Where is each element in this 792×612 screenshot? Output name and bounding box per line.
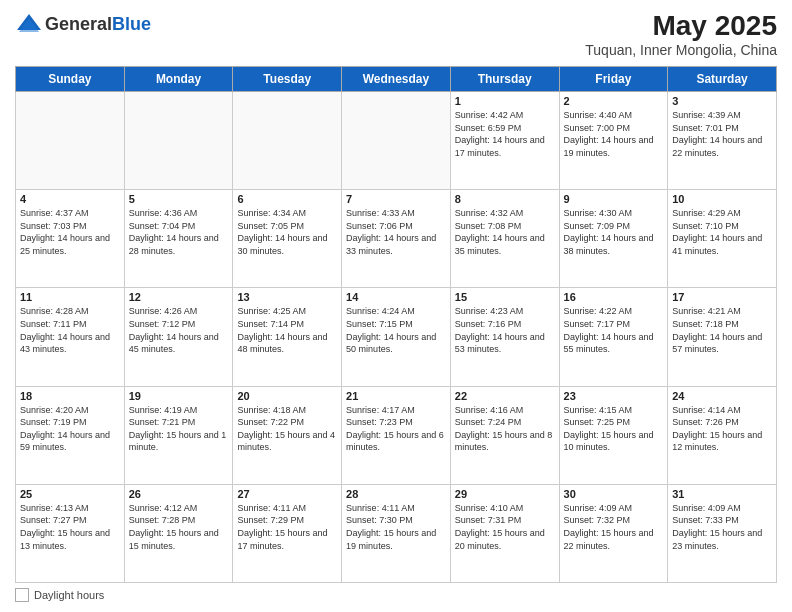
cell-day-number: 19 [129, 390, 229, 402]
cell-day-number: 7 [346, 193, 446, 205]
calendar-cell: 15Sunrise: 4:23 AM Sunset: 7:16 PM Dayli… [450, 288, 559, 386]
calendar-cell: 17Sunrise: 4:21 AM Sunset: 7:18 PM Dayli… [668, 288, 777, 386]
cell-day-number: 25 [20, 488, 120, 500]
cell-day-number: 27 [237, 488, 337, 500]
cell-info: Sunrise: 4:12 AM Sunset: 7:28 PM Dayligh… [129, 502, 229, 552]
cell-info: Sunrise: 4:11 AM Sunset: 7:29 PM Dayligh… [237, 502, 337, 552]
cell-day-number: 17 [672, 291, 772, 303]
cell-day-number: 4 [20, 193, 120, 205]
cell-info: Sunrise: 4:29 AM Sunset: 7:10 PM Dayligh… [672, 207, 772, 257]
cell-day-number: 18 [20, 390, 120, 402]
cell-info: Sunrise: 4:42 AM Sunset: 6:59 PM Dayligh… [455, 109, 555, 159]
cell-day-number: 10 [672, 193, 772, 205]
cell-info: Sunrise: 4:16 AM Sunset: 7:24 PM Dayligh… [455, 404, 555, 454]
cell-info: Sunrise: 4:26 AM Sunset: 7:12 PM Dayligh… [129, 305, 229, 355]
cell-info: Sunrise: 4:33 AM Sunset: 7:06 PM Dayligh… [346, 207, 446, 257]
cell-day-number: 31 [672, 488, 772, 500]
calendar-cell: 8Sunrise: 4:32 AM Sunset: 7:08 PM Daylig… [450, 190, 559, 288]
cell-info: Sunrise: 4:09 AM Sunset: 7:32 PM Dayligh… [564, 502, 664, 552]
calendar-header-cell: Saturday [668, 67, 777, 92]
calendar-cell: 4Sunrise: 4:37 AM Sunset: 7:03 PM Daylig… [16, 190, 125, 288]
footer: Daylight hours [15, 588, 777, 602]
cell-day-number: 3 [672, 95, 772, 107]
cell-day-number: 9 [564, 193, 664, 205]
cell-day-number: 8 [455, 193, 555, 205]
cell-info: Sunrise: 4:39 AM Sunset: 7:01 PM Dayligh… [672, 109, 772, 159]
calendar-cell: 26Sunrise: 4:12 AM Sunset: 7:28 PM Dayli… [124, 484, 233, 582]
calendar-cell: 9Sunrise: 4:30 AM Sunset: 7:09 PM Daylig… [559, 190, 668, 288]
calendar-cell [124, 92, 233, 190]
cell-info: Sunrise: 4:14 AM Sunset: 7:26 PM Dayligh… [672, 404, 772, 454]
cell-info: Sunrise: 4:21 AM Sunset: 7:18 PM Dayligh… [672, 305, 772, 355]
calendar-cell [342, 92, 451, 190]
cell-day-number: 26 [129, 488, 229, 500]
calendar-cell: 7Sunrise: 4:33 AM Sunset: 7:06 PM Daylig… [342, 190, 451, 288]
calendar-header-cell: Tuesday [233, 67, 342, 92]
cell-day-number: 6 [237, 193, 337, 205]
calendar-week-row: 25Sunrise: 4:13 AM Sunset: 7:27 PM Dayli… [16, 484, 777, 582]
logo-general: General [45, 14, 112, 34]
cell-info: Sunrise: 4:13 AM Sunset: 7:27 PM Dayligh… [20, 502, 120, 552]
cell-day-number: 24 [672, 390, 772, 402]
cell-info: Sunrise: 4:18 AM Sunset: 7:22 PM Dayligh… [237, 404, 337, 454]
cell-day-number: 11 [20, 291, 120, 303]
calendar-cell [233, 92, 342, 190]
cell-day-number: 20 [237, 390, 337, 402]
cell-day-number: 12 [129, 291, 229, 303]
footer-label: Daylight hours [34, 589, 104, 601]
cell-info: Sunrise: 4:23 AM Sunset: 7:16 PM Dayligh… [455, 305, 555, 355]
calendar-cell: 23Sunrise: 4:15 AM Sunset: 7:25 PM Dayli… [559, 386, 668, 484]
cell-info: Sunrise: 4:19 AM Sunset: 7:21 PM Dayligh… [129, 404, 229, 454]
calendar-header-cell: Wednesday [342, 67, 451, 92]
cell-day-number: 29 [455, 488, 555, 500]
cell-info: Sunrise: 4:22 AM Sunset: 7:17 PM Dayligh… [564, 305, 664, 355]
calendar-header-cell: Sunday [16, 67, 125, 92]
calendar-cell: 14Sunrise: 4:24 AM Sunset: 7:15 PM Dayli… [342, 288, 451, 386]
calendar-header-cell: Monday [124, 67, 233, 92]
cell-info: Sunrise: 4:15 AM Sunset: 7:25 PM Dayligh… [564, 404, 664, 454]
calendar-header-cell: Thursday [450, 67, 559, 92]
cell-day-number: 22 [455, 390, 555, 402]
calendar-week-row: 18Sunrise: 4:20 AM Sunset: 7:19 PM Dayli… [16, 386, 777, 484]
cell-info: Sunrise: 4:10 AM Sunset: 7:31 PM Dayligh… [455, 502, 555, 552]
calendar-cell: 29Sunrise: 4:10 AM Sunset: 7:31 PM Dayli… [450, 484, 559, 582]
cell-info: Sunrise: 4:25 AM Sunset: 7:14 PM Dayligh… [237, 305, 337, 355]
cell-info: Sunrise: 4:40 AM Sunset: 7:00 PM Dayligh… [564, 109, 664, 159]
cell-day-number: 30 [564, 488, 664, 500]
cell-info: Sunrise: 4:34 AM Sunset: 7:05 PM Dayligh… [237, 207, 337, 257]
calendar-cell: 22Sunrise: 4:16 AM Sunset: 7:24 PM Dayli… [450, 386, 559, 484]
calendar-cell: 24Sunrise: 4:14 AM Sunset: 7:26 PM Dayli… [668, 386, 777, 484]
calendar-week-row: 11Sunrise: 4:28 AM Sunset: 7:11 PM Dayli… [16, 288, 777, 386]
calendar-cell: 10Sunrise: 4:29 AM Sunset: 7:10 PM Dayli… [668, 190, 777, 288]
calendar-cell: 27Sunrise: 4:11 AM Sunset: 7:29 PM Dayli… [233, 484, 342, 582]
calendar-cell: 25Sunrise: 4:13 AM Sunset: 7:27 PM Dayli… [16, 484, 125, 582]
month-year: May 2025 [585, 10, 777, 42]
cell-info: Sunrise: 4:28 AM Sunset: 7:11 PM Dayligh… [20, 305, 120, 355]
calendar-body: 1Sunrise: 4:42 AM Sunset: 6:59 PM Daylig… [16, 92, 777, 583]
calendar-header-cell: Friday [559, 67, 668, 92]
calendar-cell: 12Sunrise: 4:26 AM Sunset: 7:12 PM Dayli… [124, 288, 233, 386]
cell-day-number: 15 [455, 291, 555, 303]
calendar-cell: 18Sunrise: 4:20 AM Sunset: 7:19 PM Dayli… [16, 386, 125, 484]
logo: GeneralBlue [15, 10, 151, 38]
calendar-cell: 16Sunrise: 4:22 AM Sunset: 7:17 PM Dayli… [559, 288, 668, 386]
cell-info: Sunrise: 4:30 AM Sunset: 7:09 PM Dayligh… [564, 207, 664, 257]
cell-info: Sunrise: 4:11 AM Sunset: 7:30 PM Dayligh… [346, 502, 446, 552]
cell-day-number: 13 [237, 291, 337, 303]
calendar-week-row: 4Sunrise: 4:37 AM Sunset: 7:03 PM Daylig… [16, 190, 777, 288]
cell-day-number: 5 [129, 193, 229, 205]
calendar-cell: 28Sunrise: 4:11 AM Sunset: 7:30 PM Dayli… [342, 484, 451, 582]
calendar-cell: 1Sunrise: 4:42 AM Sunset: 6:59 PM Daylig… [450, 92, 559, 190]
calendar-cell: 3Sunrise: 4:39 AM Sunset: 7:01 PM Daylig… [668, 92, 777, 190]
cell-info: Sunrise: 4:20 AM Sunset: 7:19 PM Dayligh… [20, 404, 120, 454]
calendar-cell: 11Sunrise: 4:28 AM Sunset: 7:11 PM Dayli… [16, 288, 125, 386]
cell-info: Sunrise: 4:24 AM Sunset: 7:15 PM Dayligh… [346, 305, 446, 355]
title-block: May 2025 Tuquan, Inner Mongolia, China [585, 10, 777, 58]
location: Tuquan, Inner Mongolia, China [585, 42, 777, 58]
calendar-cell: 5Sunrise: 4:36 AM Sunset: 7:04 PM Daylig… [124, 190, 233, 288]
calendar: SundayMondayTuesdayWednesdayThursdayFrid… [15, 66, 777, 583]
cell-day-number: 23 [564, 390, 664, 402]
cell-day-number: 21 [346, 390, 446, 402]
cell-day-number: 16 [564, 291, 664, 303]
calendar-header-row: SundayMondayTuesdayWednesdayThursdayFrid… [16, 67, 777, 92]
